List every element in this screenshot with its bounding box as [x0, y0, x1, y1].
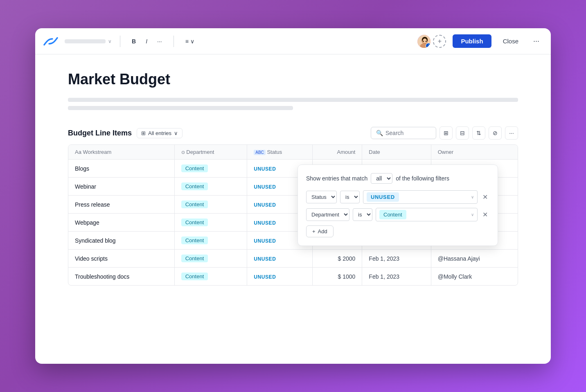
filter-value-chevron-2: ∨ [471, 212, 474, 217]
avatar-badge: J [426, 43, 431, 49]
breadcrumb-group: ∨ [65, 38, 112, 44]
cell-amount-5: $ 2000 [312, 250, 362, 268]
tag-department-2: Content [181, 201, 208, 208]
sort-button[interactable]: ⇅ [472, 126, 485, 140]
filter-field-select-1[interactable]: Status [306, 191, 337, 203]
add-filter-button[interactable]: + Add [306, 225, 334, 237]
abc-icon: ABC [254, 150, 266, 155]
db-toolbar-right: 🔍 Search ⊞ ⊟ ⇅ ⊘ [371, 126, 518, 140]
filter-header: Show entries that match all of the follo… [306, 173, 489, 184]
filter-field-select-2[interactable]: Department [306, 208, 349, 221]
cell-status-5: UNUSED [247, 250, 312, 268]
filter-value-container-1: UNUSED ∨ [363, 190, 478, 204]
col-amount: Amount [312, 145, 362, 160]
svg-point-5 [423, 41, 424, 42]
cell-workstream-0: Blogs [68, 160, 174, 178]
filter-suffix: of the following filters [396, 175, 449, 182]
database-section: Budget Line Items ⊞ All entries ∨ 🔍 Sear… [68, 126, 518, 286]
page-title: Market Budget [68, 71, 518, 88]
grid-view-button[interactable]: ⊞ [440, 126, 453, 140]
tag-department-1: Content [181, 182, 208, 190]
tag-department-0: Content [181, 164, 208, 172]
cell-department-2: Content [174, 196, 247, 214]
table-header-row: Aa Workstream ⊙ Department ABC Status Am… [68, 145, 518, 160]
cell-workstream-2: Press release [68, 196, 174, 214]
confluence-logo [43, 34, 58, 49]
sort-icon: ⇅ [476, 130, 481, 136]
tag-status-6: UNUSED [254, 274, 276, 280]
filter-op-select-1[interactable]: is [340, 191, 360, 203]
search-icon: 🔍 [376, 130, 383, 136]
placeholder-line-1 [68, 98, 518, 102]
cell-owner-5: @Hassana Ajayi [431, 250, 518, 268]
more-options-button[interactable]: ··· [530, 35, 543, 47]
bold-button[interactable]: B [128, 36, 139, 46]
cell-department-1: Content [174, 178, 247, 196]
col-owner: Owner [431, 145, 518, 160]
filter-value-chevron-1: ∨ [471, 195, 474, 199]
col-date: Date [362, 145, 431, 160]
filter-remove-1[interactable]: ✕ [481, 191, 489, 203]
database-header: Budget Line Items ⊞ All entries ∨ 🔍 Sear… [68, 126, 518, 140]
amount-value-6: $ 1000 [338, 273, 356, 280]
database-title: Budget Line Items [68, 129, 132, 137]
cell-workstream-4: Syndicated blog [68, 232, 174, 250]
bold-icon: B [132, 38, 136, 45]
filter-remove-2[interactable]: ✕ [481, 209, 489, 220]
col-status: ABC Status [247, 145, 312, 160]
eye-off-icon: ⊘ [493, 130, 498, 136]
filter-row-status: Status is UNUSED ∨ ✕ [306, 190, 489, 204]
tag-status-4: UNUSED [254, 238, 276, 244]
add-filter-icon: + [312, 228, 316, 234]
cell-workstream-1: Webinar [68, 178, 174, 196]
italic-button[interactable]: I [142, 36, 151, 46]
cell-amount-6: $ 1000 [312, 268, 362, 286]
tag-department-5: Content [181, 255, 208, 262]
filter-value-container-2: Content ∨ [376, 208, 478, 221]
placeholder-line-2 [68, 106, 293, 110]
avatar-group: J + [417, 34, 446, 49]
tag-department-3: Content [181, 219, 208, 226]
cell-workstream-5: Video scripts [68, 250, 174, 268]
more-format-icon: ··· [157, 38, 162, 45]
cell-workstream-3: Webpage [68, 214, 174, 232]
add-filter-label: Add [318, 228, 327, 234]
database-table: Aa Workstream ⊙ Department ABC Status Am… [68, 144, 518, 286]
col-workstream: Aa Workstream [68, 145, 174, 160]
all-entries-label: All entries [148, 130, 171, 136]
align-chevron-icon: ∨ [190, 38, 194, 45]
filter-op-container-2: is [353, 208, 372, 221]
table-row: Video scripts Content UNUSED $ 2000 Feb … [68, 250, 518, 268]
add-collaborator-button[interactable]: + [433, 35, 446, 48]
more-db-options-button[interactable]: ··· [505, 126, 518, 140]
tag-department-6: Content [181, 273, 208, 280]
filter-button[interactable]: ⊟ [456, 126, 469, 140]
all-entries-button[interactable]: ⊞ All entries ∨ [137, 128, 183, 138]
filter-row-department: Department is Content ∨ ✕ [306, 208, 489, 221]
table-row: Troubleshooting docs Content UNUSED $ 10… [68, 268, 518, 286]
hide-fields-button[interactable]: ⊘ [489, 126, 502, 140]
filter-match-label: Show entries that match [306, 175, 367, 182]
more-format-button[interactable]: ··· [154, 36, 165, 46]
italic-icon: I [146, 38, 147, 45]
toolbar-divider-1 [120, 36, 120, 47]
filter-value-1: UNUSED [367, 192, 399, 202]
tag-status-5: UNUSED [254, 256, 276, 262]
toolbar: ∨ B I ··· ≡ ∨ [35, 28, 551, 54]
search-box[interactable]: 🔍 Search [371, 127, 436, 139]
entries-chevron-icon: ∨ [174, 130, 178, 136]
svg-point-6 [426, 41, 426, 42]
align-button[interactable]: ≡ ∨ [182, 36, 198, 46]
cell-department-5: Content [174, 250, 247, 268]
align-group: ≡ ∨ [182, 36, 198, 46]
avatar: J [417, 34, 431, 49]
filter-match-select[interactable]: all [371, 173, 392, 184]
filter-op-select-2[interactable]: is [353, 208, 372, 221]
cell-department-3: Content [174, 214, 247, 232]
publish-button[interactable]: Publish [453, 34, 491, 48]
close-button[interactable]: Close [498, 34, 523, 48]
cell-status-6: UNUSED [247, 268, 312, 286]
clock-icon: ⊙ [181, 150, 185, 155]
cell-date-6: Feb 1, 2023 [362, 268, 431, 286]
cell-owner-6: @Molly Clark [431, 268, 518, 286]
